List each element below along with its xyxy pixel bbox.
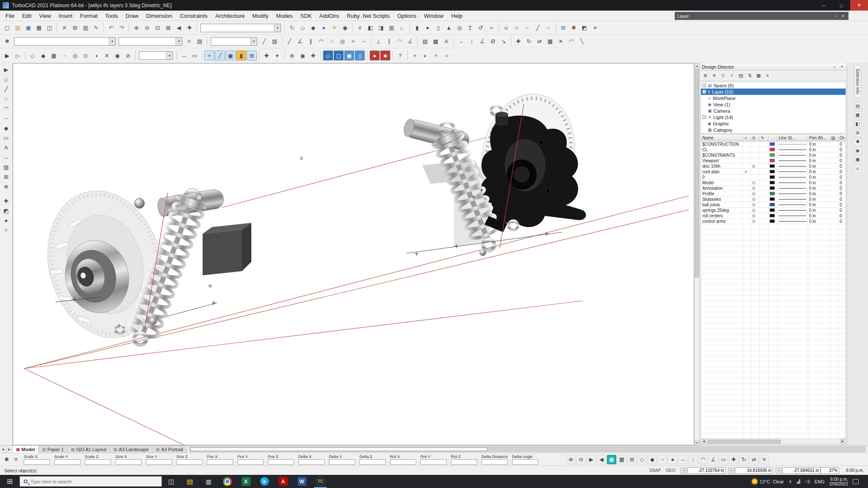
layer-row-control-arms[interactable]: control arms⊙0 in0	[701, 219, 846, 224]
line-style-preview[interactable]	[779, 177, 806, 177]
insp-render-toggle-button[interactable]: ●	[668, 455, 677, 464]
dd-columns-button[interactable]: ▦	[754, 72, 763, 80]
polyline-button[interactable]: ∠	[295, 36, 305, 47]
slice-button[interactable]: ╱	[533, 23, 543, 33]
color-swatch[interactable]	[770, 164, 775, 168]
revolve-button[interactable]: ↺	[476, 23, 486, 33]
chamfer-button[interactable]: ╲	[577, 36, 587, 47]
field-input-size-y[interactable]	[146, 459, 172, 465]
expander-icon[interactable]: +	[702, 115, 706, 119]
color-swatch[interactable]	[770, 159, 775, 162]
lights-palette-button[interactable]: ≡	[854, 165, 862, 172]
insp-table-mode-button[interactable]: ▦	[617, 455, 626, 464]
horizontal-scroll-thumb[interactable]	[190, 447, 487, 451]
dd-delete-button[interactable]: ✕	[710, 72, 718, 80]
menu-format[interactable]: Format	[76, 11, 101, 20]
select-open-button[interactable]: ▷	[13, 50, 23, 61]
color-swatch[interactable]	[770, 219, 775, 223]
zoom-level-value[interactable]	[821, 467, 839, 474]
snap-center-button[interactable]: ⊙	[81, 50, 91, 61]
look-at-button[interactable]: ◉	[298, 50, 308, 61]
spline-tool-button[interactable]: ~	[1, 114, 11, 123]
snap-quadrant-button[interactable]: ◑	[91, 50, 101, 61]
calculator-palette-button[interactable]: ✱	[854, 138, 862, 146]
insp-fit-width-button[interactable]: ↔	[678, 455, 687, 464]
color-swatch[interactable]	[770, 181, 775, 184]
insp-zoom-out-button[interactable]: ⊖	[576, 455, 586, 464]
menu-modify[interactable]: Modify	[248, 11, 272, 20]
dd-scroll-track[interactable]	[707, 439, 840, 444]
layer-row-ball-joints[interactable]: ball joints⊙0 in0	[701, 202, 846, 208]
minimize-button[interactable]: ─	[815, 0, 832, 11]
boolean-intersect-button[interactable]: ∩	[512, 23, 522, 33]
volume-icon[interactable]: ◁)	[805, 479, 810, 484]
workplane-top-button[interactable]: ◧	[365, 23, 376, 33]
hatch-tool-button[interactable]: ▨	[1, 162, 11, 172]
group-button[interactable]: ⊞	[558, 23, 568, 33]
line-style-preview[interactable]	[779, 144, 806, 144]
double-line-button[interactable]: ∥	[306, 36, 316, 47]
menu-modes[interactable]: Modes	[273, 11, 297, 20]
panel-close-icon[interactable]: ✕	[839, 64, 845, 69]
layer-row-constraints[interactable]: $CONSTRAINTS0 in0	[701, 152, 846, 158]
cone-button[interactable]: ▲	[444, 23, 454, 33]
insp-back-button[interactable]: ◀	[597, 455, 606, 464]
sheet-tab-iso-a1-layout[interactable]: ▤ISO A1 Layout	[67, 446, 110, 453]
menu-tools[interactable]: Tools	[101, 11, 122, 20]
workplane-by-face-button[interactable]: #	[355, 23, 365, 33]
boolean-subtract-button[interactable]: −	[522, 23, 532, 33]
rectangle-tool-button[interactable]: ▭	[1, 133, 11, 142]
paste-button[interactable]: ▥	[81, 23, 91, 33]
field-input-rot-y[interactable]	[420, 459, 447, 465]
weather-widget[interactable]: 12°C Clear	[752, 479, 784, 484]
vertical-scroll-thumb[interactable]	[695, 69, 699, 277]
color-swatch[interactable]	[770, 175, 775, 179]
network-icon[interactable]	[797, 479, 800, 484]
line-style-preview[interactable]	[779, 166, 806, 166]
scroll-down-icon[interactable]: ▼	[695, 440, 699, 445]
sweep-button[interactable]: ≈	[486, 23, 496, 33]
hatch-button[interactable]: ▧	[420, 36, 430, 47]
tray-chevron-icon[interactable]: ∧	[788, 479, 792, 484]
menu-options[interactable]: Options	[393, 11, 420, 20]
app-excel[interactable]: X	[236, 475, 255, 488]
color-swatch[interactable]	[770, 186, 775, 190]
materials-palette-button[interactable]: ▣	[854, 156, 862, 164]
snap-vertex-button[interactable]: ◦	[59, 50, 70, 61]
color-swatch[interactable]	[770, 208, 775, 212]
field-input-rot-z[interactable]	[451, 459, 477, 465]
inspector-cancel-button[interactable]: ✕	[12, 455, 20, 464]
selection-info-tab[interactable]: Selection Info	[854, 65, 861, 98]
mirror-button[interactable]: ⇄	[534, 36, 545, 47]
dd-new-button[interactable]: ⊕	[701, 72, 709, 80]
menu-insert[interactable]: Insert	[55, 11, 76, 20]
measure-button[interactable]: ↔	[179, 50, 189, 61]
color-swatch[interactable]	[770, 197, 775, 201]
cylinder-button[interactable]: ▯	[433, 23, 443, 33]
blocks-palette-button[interactable]: ◧	[854, 120, 862, 128]
insp-node-mode-button[interactable]: ◇	[637, 455, 647, 464]
print-preview-button[interactable]: ◫	[45, 23, 55, 33]
text-button[interactable]: A	[441, 36, 451, 47]
layer-row-profile[interactable]: Profile⊙0 in0	[701, 191, 846, 197]
sheet-tab-a3-portrait[interactable]: ▤A3 Portrait	[153, 446, 187, 453]
dd-filter-button[interactable]: ▽	[719, 72, 727, 80]
dd-check-all-button[interactable]: ✓	[728, 72, 736, 80]
start-button[interactable]: ⊞	[0, 475, 19, 488]
eye-icon[interactable]: ⊙	[752, 219, 755, 224]
taskbar-clock[interactable]: 6:00 p.m. 2/08/2022	[829, 477, 849, 486]
column-header-check[interactable]: ✓	[743, 135, 751, 141]
pick-point-button[interactable]: +	[204, 50, 214, 61]
dim-radius-button[interactable]: Ø	[488, 36, 498, 47]
eye-icon[interactable]: ⊙	[752, 164, 755, 169]
new-button[interactable]: ▢	[2, 23, 12, 33]
tree-item-view-1[interactable]: ◉View (1)	[701, 101, 846, 108]
tree-item-graphic[interactable]: ◆Graphic	[701, 120, 846, 127]
menu-draw[interactable]: Draw	[122, 11, 142, 20]
field-input-size-x[interactable]	[115, 459, 142, 465]
parallel-button[interactable]: ∥	[384, 36, 394, 47]
text-tool-button[interactable]: A	[1, 143, 11, 152]
settings-gear-button[interactable]: ✱	[2, 36, 12, 47]
dd-report-button[interactable]: ▤	[737, 72, 745, 80]
line-style-preview[interactable]	[779, 183, 806, 183]
